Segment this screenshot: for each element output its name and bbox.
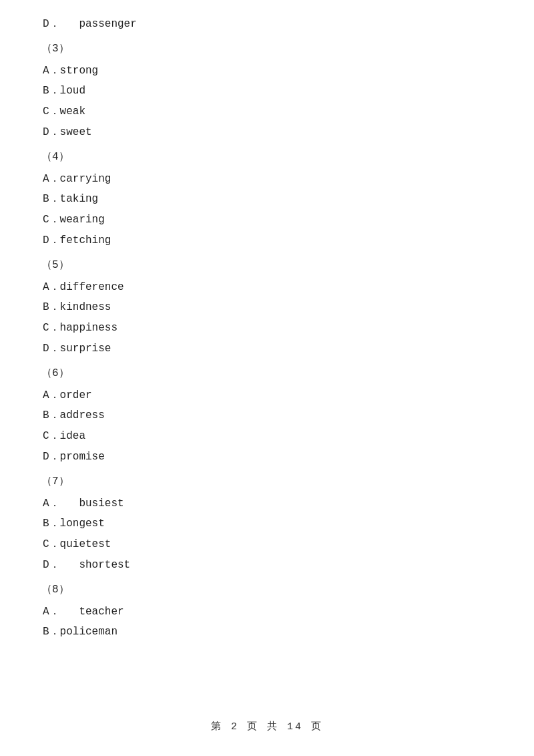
option-4b: B．taking xyxy=(40,190,494,209)
section-8-label: （8） xyxy=(40,580,494,600)
option-8b: B．policeman xyxy=(40,622,494,642)
option-8a: A． teacher xyxy=(40,602,494,622)
option-6d: D．promise xyxy=(40,447,494,467)
option-3d: D．sweet xyxy=(40,123,494,142)
option-4c: C．wearing xyxy=(40,210,494,230)
option-4d: D．fetching xyxy=(40,231,494,250)
option-6c: C．idea xyxy=(40,427,494,446)
option-5c: C．happiness xyxy=(40,319,494,338)
section-7-label: （7） xyxy=(40,472,494,492)
section-4-label: （4） xyxy=(40,148,494,167)
option-3a: A．strong xyxy=(40,61,494,81)
option-5d: D．surprise xyxy=(40,339,494,359)
option-3c: C．weak xyxy=(40,102,494,122)
page-footer: 第 2 页 共 14 页 xyxy=(40,718,494,736)
page-content: D． passenger （3） A．strong B．loud C．weak … xyxy=(40,15,494,642)
option-d-passenger: D． passenger xyxy=(40,15,494,34)
section-3-label: （3） xyxy=(40,39,494,59)
section-5-label: （5） xyxy=(40,256,494,275)
option-7a: A． busiest xyxy=(40,494,494,514)
option-6a: A．order xyxy=(40,386,494,405)
option-6b: B．address xyxy=(40,406,494,425)
option-5b: B．kindness xyxy=(40,298,494,317)
option-7c: C．quietest xyxy=(40,535,494,554)
option-5a: A．difference xyxy=(40,278,494,297)
section-6-label: （6） xyxy=(40,364,494,383)
option-3b: B．loud xyxy=(40,81,494,101)
option-4a: A．carrying xyxy=(40,170,494,189)
option-7b: B．longest xyxy=(40,514,494,534)
option-7d: D． shortest xyxy=(40,556,494,575)
